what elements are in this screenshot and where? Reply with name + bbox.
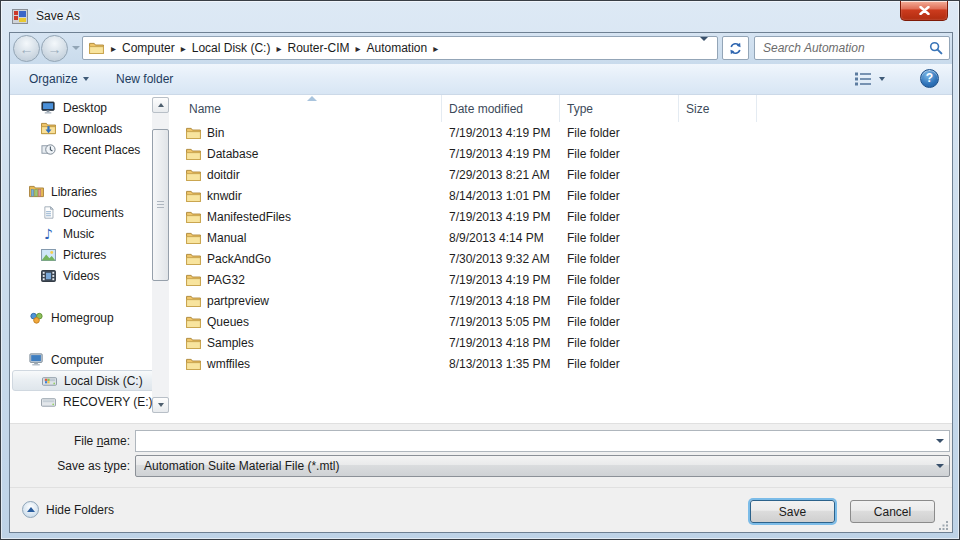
libraries-icon (28, 183, 45, 200)
scroll-up-button[interactable] (152, 97, 169, 113)
sidebar-item-label: Homegroup (51, 311, 114, 325)
downloads-icon (40, 120, 57, 137)
breadcrumb-label[interactable]: Local Disk (C:) (192, 41, 271, 55)
file-date-modified: 7/19/2013 5:05 PM (442, 315, 560, 329)
address-dropdown-button[interactable] (700, 41, 717, 55)
sidebar-item-label: Recent Places (63, 143, 140, 157)
file-name: PackAndGo (207, 252, 271, 266)
new-folder-button[interactable]: New folder (110, 64, 179, 94)
crumb-arrow-icon: ▸ (349, 43, 366, 54)
save-as-type-dropdown-button[interactable] (931, 464, 949, 468)
page-title: Save As (36, 9, 80, 23)
command-toolbar: Organize New folder ? (10, 64, 952, 95)
computer-icon (28, 351, 45, 368)
column-header-size[interactable]: Size (679, 95, 757, 122)
videos-icon (40, 267, 57, 284)
file-type: File folder (560, 189, 679, 203)
breadcrumb-segment[interactable]: ▸ Computer (105, 37, 175, 59)
scrollbar-thumb[interactable] (152, 129, 169, 281)
table-row[interactable]: wmffiles 8/13/2013 1:35 PM File folder (182, 353, 950, 374)
save-button[interactable]: Save (750, 500, 835, 523)
file-name: Queues (207, 315, 249, 329)
sidebar-item-label: Documents (63, 206, 124, 220)
file-name: Samples (207, 336, 254, 350)
column-header-type[interactable]: Type (560, 95, 679, 122)
table-row[interactable]: ManifestedFiles 7/19/2013 4:19 PM File f… (182, 206, 950, 227)
column-header-date-modified[interactable]: Date modified (442, 95, 560, 122)
breadcrumb-segment[interactable]: ▸ Local Disk (C:) (175, 37, 271, 59)
file-type: File folder (560, 231, 679, 245)
forward-button[interactable]: → (41, 35, 68, 62)
change-view-button[interactable] (850, 64, 889, 94)
sidebar-scrollbar[interactable] (152, 97, 169, 413)
file-name: knwdir (207, 189, 242, 203)
table-row[interactable]: Queues 7/19/2013 5:05 PM File folder (182, 311, 950, 332)
table-row[interactable]: Manual 8/9/2013 4:14 PM File folder (182, 227, 950, 248)
resize-grip[interactable] (939, 520, 949, 530)
scroll-down-button[interactable] (152, 397, 169, 413)
folder-icon (186, 355, 201, 372)
back-arrow-icon: ← (20, 41, 34, 57)
organize-button[interactable]: Organize (23, 64, 95, 94)
cancel-button[interactable]: Cancel (850, 500, 935, 523)
crumb-arrow-icon: ▸ (427, 43, 444, 54)
address-bar-row: ← → ▸ Computer (10, 33, 952, 64)
file-date-modified: 7/19/2013 4:19 PM (442, 147, 560, 161)
close-button[interactable] (900, 1, 948, 21)
file-name-input[interactable] (136, 434, 931, 448)
help-icon: ? (926, 71, 933, 85)
sidebar-item-label: RECOVERY (E:) (63, 395, 153, 409)
file-name: doitdir (207, 168, 240, 182)
file-type: File folder (560, 147, 679, 161)
homegroup-icon (28, 309, 45, 326)
sidebar-item-label: Computer (51, 353, 104, 367)
file-type: File folder (560, 168, 679, 182)
file-type: File folder (560, 315, 679, 329)
table-row[interactable]: PAG32 7/19/2013 4:19 PM File folder (182, 269, 950, 290)
sort-ascending-icon (307, 96, 317, 101)
save-as-type-value: Automation Suite Material File (*.mtl) (136, 459, 931, 473)
table-row[interactable]: Bin 7/19/2013 4:19 PM File folder (182, 122, 950, 143)
table-row[interactable]: PackAndGo 7/30/2013 9:32 AM File folder (182, 248, 950, 269)
file-type: File folder (560, 273, 679, 287)
crumb-arrow-icon: ▸ (175, 43, 192, 54)
desktop-icon (40, 99, 57, 116)
views-icon (854, 72, 873, 86)
save-as-type-select[interactable]: Automation Suite Material File (*.mtl) (135, 455, 950, 477)
file-type: File folder (560, 294, 679, 308)
help-button[interactable]: ? (920, 69, 939, 88)
save-as-dialog: Save As ← → (0, 0, 960, 540)
table-row[interactable]: Database 7/19/2013 4:19 PM File folder (182, 143, 950, 164)
refresh-button[interactable] (722, 36, 749, 60)
search-box (754, 36, 950, 60)
file-type: File folder (560, 357, 679, 371)
file-date-modified: 8/9/2013 4:14 PM (442, 231, 560, 245)
hide-folders-button[interactable]: Hide Folders (22, 501, 114, 518)
file-name-combo (135, 430, 950, 452)
search-input[interactable] (755, 41, 929, 55)
crumb-arrow-icon: ▸ (270, 43, 287, 54)
breadcrumb-label[interactable]: Router-CIM (287, 41, 349, 55)
table-row[interactable]: knwdir 8/14/2013 1:01 PM File folder (182, 185, 950, 206)
breadcrumb-label[interactable]: Automation (367, 41, 428, 55)
file-rows: Bin 7/19/2013 4:19 PM File folder (182, 122, 950, 374)
breadcrumb-segment[interactable]: ▸ Router-CIM (270, 37, 349, 59)
file-date-modified: 7/19/2013 4:19 PM (442, 210, 560, 224)
breadcrumb-segment[interactable]: ▸ Automation (349, 37, 427, 59)
recent-pages-dropdown[interactable] (72, 46, 80, 50)
chevron-down-icon (936, 464, 944, 468)
sidebar-item-label: Pictures (63, 248, 106, 262)
file-name-dropdown-button[interactable] (931, 439, 949, 443)
breadcrumb-label[interactable]: Computer (122, 41, 175, 55)
table-row[interactable]: Samples 7/19/2013 4:18 PM File folder (182, 332, 950, 353)
new-folder-label: New folder (116, 72, 173, 86)
fields-panel: File name: Save as type: Automation Suit… (10, 423, 952, 487)
back-button[interactable]: ← (13, 35, 40, 62)
recovery-drive-icon (40, 393, 57, 410)
table-row[interactable]: doitdir 7/29/2013 8:21 AM File folder (182, 164, 950, 185)
sidebar-item-local-disk-c[interactable]: Local Disk (C:) (12, 370, 164, 391)
table-row[interactable]: partpreview 7/19/2013 4:18 PM File folde… (182, 290, 950, 311)
file-type: File folder (560, 210, 679, 224)
folder-icon (186, 292, 201, 309)
breadcrumb[interactable]: ▸ Computer ▸ Local Disk (C:) ▸ Router-CI… (82, 36, 718, 60)
